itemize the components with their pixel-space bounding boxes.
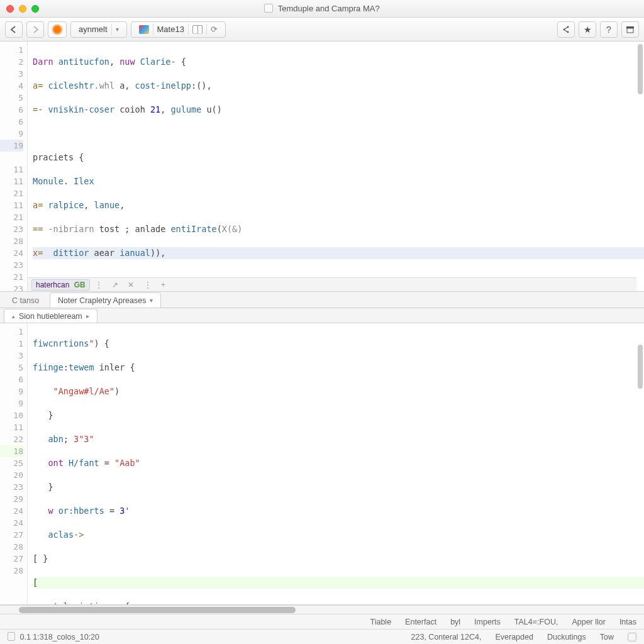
status-bar: 0.1 1:318_colos_10:20 223, Conteral 12C4… bbox=[0, 629, 644, 644]
status-icon[interactable] bbox=[628, 633, 636, 641]
bottom-vertical-scrollbar[interactable] bbox=[636, 326, 643, 588]
status-lang: Duckutings bbox=[547, 633, 586, 641]
sub-tab[interactable]: ▴ Sion hutiebleream ▸ bbox=[4, 309, 97, 323]
tab-left-label: C tanso bbox=[12, 296, 39, 305]
inner-tab-tools[interactable]: ⋮ ↗ ✕ ⋮ + bbox=[95, 280, 169, 289]
chevron-down-icon: ▾ bbox=[150, 297, 153, 304]
mid-tabrow: C tanso Noter Crapletry Apreases ▾ bbox=[0, 292, 644, 308]
share-button[interactable] bbox=[557, 21, 575, 38]
sub-tab-label: Sion hutiebleream bbox=[19, 312, 82, 321]
top-vertical-scrollbar[interactable] bbox=[636, 44, 643, 275]
triangle-up-icon: ▴ bbox=[12, 313, 15, 319]
horizontal-scrollbar[interactable] bbox=[0, 605, 644, 614]
document-icon bbox=[8, 632, 15, 641]
bottom-code[interactable]: fiwcnrtions") { fiinge:tewem inler { "An… bbox=[28, 323, 644, 604]
bottom-editor-pane: 1 1 3 5 6 9 9 10 11 22 18 25 20 23 29 24… bbox=[0, 323, 644, 605]
status-left: 0.1 1:318_colos_10:20 bbox=[8, 632, 99, 641]
top-inner-tabs: haterhcan GB ⋮ ↗ ✕ ⋮ + bbox=[28, 277, 636, 291]
bb-item[interactable]: Imperts bbox=[474, 618, 501, 626]
chevron-right-icon: ▸ bbox=[86, 313, 89, 319]
bb-item[interactable]: Apper llor bbox=[572, 618, 606, 626]
bb-item[interactable]: Enterfact bbox=[405, 618, 436, 626]
bb-item[interactable]: TAL4=:FOU, bbox=[514, 618, 558, 626]
editor-mode-label: Mate13 bbox=[153, 25, 188, 34]
scheme-label: aynmelt bbox=[75, 25, 111, 34]
titlebar: Temduple and Campra MA? bbox=[0, 0, 644, 18]
bb-item[interactable]: Intas bbox=[619, 618, 636, 626]
palette-icon bbox=[139, 25, 149, 34]
window-title-text: Temduple and Campra MA? bbox=[278, 4, 380, 13]
status-left-text: 0.1 1:318_colos_10:20 bbox=[19, 633, 99, 641]
scheme-button[interactable] bbox=[48, 21, 67, 38]
inner-tab-label: haterhcan bbox=[36, 280, 69, 289]
chevron-down-icon: ▾ bbox=[112, 26, 123, 33]
top-code[interactable]: Darn antitucfon, nuw Clarie- { a= cicles… bbox=[28, 42, 644, 291]
bb-item[interactable]: byl bbox=[450, 618, 460, 626]
toolbar: aynmelt ▾ Mate13 ⟳ ★ ? bbox=[0, 18, 644, 42]
svg-point-0 bbox=[564, 28, 565, 30]
svg-rect-4 bbox=[627, 28, 633, 33]
back-button[interactable] bbox=[5, 21, 23, 38]
forward-button[interactable] bbox=[26, 21, 44, 38]
bottom-link-row: Tiable Enterfact byl Imperts TAL4=:FOU, … bbox=[0, 614, 644, 629]
editor-mode-segment[interactable]: Mate13 ⟳ bbox=[131, 21, 226, 38]
tab-left[interactable]: C tanso bbox=[4, 292, 47, 308]
target-icon bbox=[52, 25, 62, 35]
document-icon bbox=[264, 4, 273, 13]
window-title: Temduple and Campra MA? bbox=[0, 4, 644, 13]
tab-right[interactable]: Noter Crapletry Apreases ▾ bbox=[50, 292, 161, 308]
archive-button[interactable] bbox=[621, 21, 639, 38]
help-button[interactable]: ? bbox=[600, 21, 618, 38]
refresh-icon: ⟳ bbox=[207, 25, 221, 34]
inner-tab[interactable]: haterhcan GB bbox=[31, 279, 90, 291]
bb-item[interactable]: Tiable bbox=[370, 618, 392, 626]
split-pane-icon bbox=[192, 25, 203, 34]
sub-tabrow: ▴ Sion hutiebleream ▸ bbox=[0, 308, 644, 323]
favorite-button[interactable]: ★ bbox=[579, 21, 596, 38]
bottom-gutter: 1 1 3 5 6 9 9 10 11 22 18 25 20 23 29 24… bbox=[0, 323, 28, 604]
top-editor-pane: 1 2 3 4 5 6 6 9 19 11 11 21 11 21 23 28 … bbox=[0, 42, 644, 292]
scheme-dropdown[interactable]: aynmelt ▾ bbox=[70, 21, 127, 38]
inner-tab-badge: GB bbox=[74, 280, 86, 289]
status-mode: Tow bbox=[600, 633, 614, 641]
top-gutter: 1 2 3 4 5 6 6 9 19 11 11 21 11 21 23 28 … bbox=[0, 42, 28, 291]
status-cursor: 223, Conteral 12C4, bbox=[411, 633, 482, 641]
status-encoding: Everapded bbox=[495, 633, 533, 641]
tab-right-label: Noter Crapletry Apreases bbox=[58, 296, 146, 305]
